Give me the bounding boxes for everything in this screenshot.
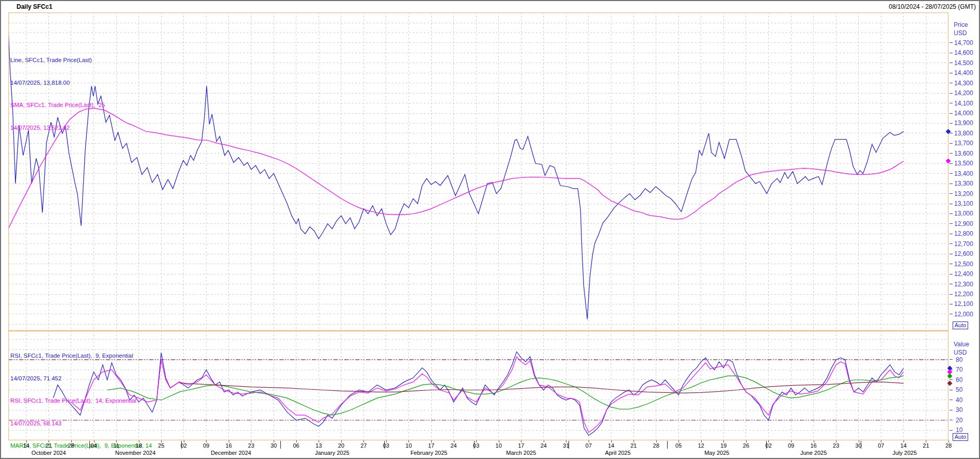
day-tick-label: 27 <box>360 442 367 449</box>
price-tick-mark <box>950 234 953 234</box>
day-tick-label: 07 <box>878 442 884 449</box>
price-tick-label: 13,300 <box>954 180 973 187</box>
month-label: February 2025 <box>410 450 448 456</box>
date-range: 08/10/2024 - 28/07/2025 (GMT) <box>889 3 976 10</box>
value-tick-label: 40 <box>956 397 962 403</box>
day-tick-label: 14 <box>608 442 614 449</box>
day-tick-label: 11 <box>113 442 119 449</box>
day-tick-label: 18 <box>136 442 142 449</box>
legend-price-value: 14/07/2025, 13,818.00 <box>10 79 105 87</box>
marsi9-line <box>107 376 904 415</box>
day-tick-label: 28 <box>653 442 659 449</box>
price-tick-label: 12,300 <box>954 281 973 287</box>
month-label: July 2025 <box>893 450 917 456</box>
price-tick-label: 12,500 <box>954 261 973 267</box>
price-tick-mark <box>950 183 953 184</box>
legend-marsi9: MARSI, SFCc1, Trade Price(Last), 9, Expo… <box>10 442 155 450</box>
price-axis-auto-button[interactable]: Auto <box>953 322 968 329</box>
price-tick-label: 12,200 <box>954 291 973 297</box>
day-tick-label: 10 <box>405 442 412 449</box>
month-separator <box>89 441 90 449</box>
price-tick-mark <box>950 173 953 174</box>
day-tick-label: 14 <box>23 442 29 449</box>
price-tick-mark <box>950 103 953 103</box>
value-axis-auto-button[interactable]: Auto <box>953 433 968 441</box>
value-tick-mark <box>950 420 953 420</box>
day-tick-label: 17 <box>428 442 434 449</box>
day-tick-label: 24 <box>541 442 547 449</box>
price-line <box>8 28 904 319</box>
price-axis-title: Price <box>954 21 968 29</box>
chart-title: Daily SFCc1 <box>17 3 52 10</box>
price-tick-label: 12,800 <box>954 231 973 237</box>
price-tick-mark <box>950 264 953 264</box>
value-tick-mark <box>950 379 953 380</box>
price-tick-mark <box>950 73 953 73</box>
price-tick-label: 13,200 <box>954 191 973 197</box>
price-tick-mark <box>950 213 953 214</box>
value-tick-mark <box>950 410 953 410</box>
rsi-legend: RSI, SFCc1, Trade Price(Last), 9, Expone… <box>10 337 155 459</box>
price-tick-label: 14,200 <box>954 90 973 96</box>
day-tick-label: 02 <box>181 442 187 449</box>
day-tick-label: 20 <box>338 442 344 449</box>
month-label: March 2025 <box>506 450 536 456</box>
value-tick-label: 20 <box>956 417 962 423</box>
price-tick-label: 14,400 <box>954 70 973 76</box>
price-tick-mark <box>950 42 953 43</box>
day-tick-label: 03 <box>473 442 479 449</box>
price-tick-label: 14,600 <box>954 50 973 56</box>
value-tick-mark <box>950 400 953 400</box>
price-tick-label: 14,500 <box>954 60 973 66</box>
price-tick-mark <box>950 254 953 254</box>
legend-sma-value: 14/07/2025, 13,522.12 <box>10 124 105 132</box>
legend-line-sma: SMA, SFCc1, Trade Price(Last), 25 <box>10 101 105 109</box>
value-tick-label: 60 <box>956 377 962 383</box>
price-tick-mark <box>950 83 953 83</box>
main-chart-canvas[interactable] <box>8 12 949 331</box>
price-axis-unit: USD <box>954 29 968 37</box>
value-tick-label: 80 <box>956 357 962 363</box>
day-tick-label: 28 <box>945 442 952 449</box>
month-separator <box>280 441 281 449</box>
price-tick-label: 13,500 <box>954 160 973 166</box>
day-tick-label: 06 <box>293 442 299 449</box>
day-tick-label: 19 <box>720 442 726 449</box>
day-tick-label: 09 <box>203 442 209 449</box>
legend-line-price: Line, SFCc1, Trade Price(Last) <box>10 56 105 64</box>
value-tick-label: 50 <box>956 387 962 393</box>
price-tick-label: 14,700 <box>954 40 973 46</box>
price-tick-label: 12,400 <box>954 271 973 277</box>
price-tick-mark <box>950 274 953 274</box>
price-tick-mark <box>950 143 953 144</box>
price-tick-mark <box>950 113 953 114</box>
month-label: April 2025 <box>605 450 631 456</box>
price-tick-label: 13,700 <box>954 140 973 146</box>
value-tick-label: 30 <box>956 407 962 413</box>
month-separator <box>568 441 569 449</box>
sma-line <box>8 108 904 228</box>
price-tick-mark <box>950 123 953 124</box>
month-label: May 2025 <box>704 450 729 456</box>
day-tick-label: 23 <box>833 442 839 449</box>
day-tick-label: 21 <box>45 442 52 449</box>
day-tick-label: 26 <box>743 442 749 449</box>
legend-rsi14-value: 14/07/2025, 68.143 <box>10 420 155 427</box>
price-tick-mark <box>950 223 953 224</box>
price-tick-label: 14,300 <box>954 80 973 86</box>
price-tick-mark <box>950 304 953 304</box>
chart-window: { "window": { "title": "Daily SFCc1", "d… <box>0 0 980 459</box>
price-tick-label: 13,800 <box>954 130 973 136</box>
value-tick-label: 10 <box>956 427 962 433</box>
day-tick-label: 24 <box>450 442 456 449</box>
price-axis-header: Price USD <box>954 21 968 37</box>
day-tick-label: 14 <box>900 442 907 449</box>
day-tick-label: 02 <box>765 442 771 449</box>
day-tick-label: 12 <box>698 442 704 449</box>
price-tick-mark <box>950 284 953 284</box>
price-tick-label: 13,600 <box>954 150 973 157</box>
price-tick-mark <box>950 133 953 133</box>
month-label: January 2025 <box>315 450 350 456</box>
day-tick-label: 07 <box>586 442 592 449</box>
price-tick-label: 12,700 <box>954 241 973 247</box>
